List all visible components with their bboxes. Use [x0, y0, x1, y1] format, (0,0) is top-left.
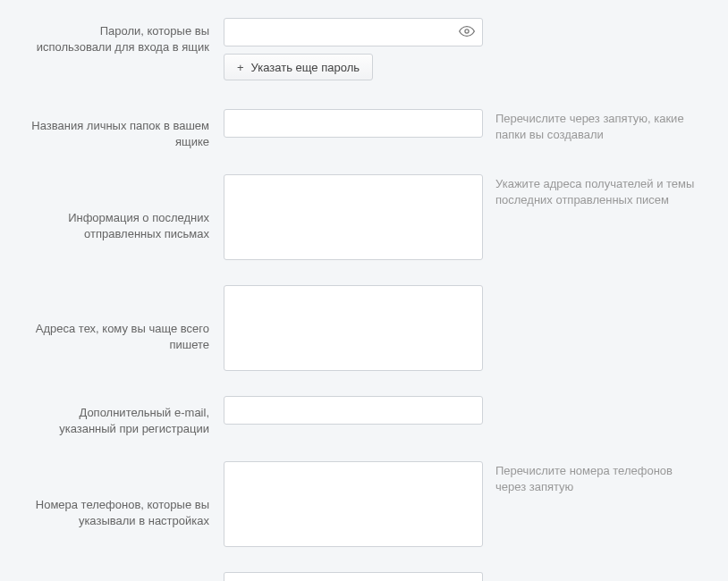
field-phones-hint: Перечислите номера телефонов через запят…: [483, 461, 701, 495]
field-phones-label: Номера телефонов, которые вы указывали в…: [27, 461, 224, 528]
add-password-button-label: Указать еще пароль: [251, 61, 360, 74]
plus-icon: +: [237, 61, 244, 74]
password-input-wrapper: [224, 18, 483, 46]
field-next-inputs: [224, 572, 483, 581]
password-input[interactable]: [224, 18, 483, 46]
recovery-form: Пароли, которые вы использовали для вход…: [0, 0, 728, 581]
field-next-hint: [483, 572, 701, 574]
add-password-button[interactable]: + Указать еще пароль: [224, 54, 373, 80]
field-phones-row: Номера телефонов, которые вы указывали в…: [27, 461, 701, 547]
field-passwords-inputs: + Указать еще пароль: [224, 18, 483, 80]
field-folders-row: Названия личных папок в вашем ящике Пере…: [27, 109, 701, 149]
field-sentinfo-hint: Укажите адреса получателей и темы послед…: [483, 174, 701, 208]
field-extraemail-row: Дополнительный e-mail, указанный при рег…: [27, 396, 701, 436]
svg-point-0: [465, 29, 469, 32]
field-frequent-label: Адреса тех, кому вы чаще всего пишете: [27, 285, 224, 352]
field-frequent-hint: [483, 285, 701, 287]
field-sentinfo-inputs: [224, 174, 483, 260]
folders-input[interactable]: [224, 109, 483, 138]
sentinfo-textarea[interactable]: [224, 174, 483, 260]
field-phones-inputs: [224, 461, 483, 547]
extra-email-input[interactable]: [224, 396, 483, 425]
field-frequent-inputs: [224, 285, 483, 371]
field-extraemail-label: Дополнительный e-mail, указанный при рег…: [27, 396, 224, 436]
next-textarea[interactable]: [224, 572, 483, 581]
field-next-label: [27, 572, 224, 577]
field-extraemail-hint: [483, 396, 701, 398]
phones-textarea[interactable]: [224, 461, 483, 547]
field-frequent-row: Адреса тех, кому вы чаще всего пишете: [27, 285, 701, 371]
toggle-password-visibility-button[interactable]: [456, 21, 478, 43]
field-sentinfo-label: Информация о последних отправленных пись…: [27, 174, 224, 241]
field-folders-inputs: [224, 109, 483, 138]
field-folders-label: Названия личных папок в вашем ящике: [27, 109, 224, 149]
field-passwords-row: Пароли, которые вы использовали для вход…: [27, 18, 701, 80]
field-folders-hint: Перечислите через запятую, какие папки в…: [483, 109, 701, 143]
field-passwords-label: Пароли, которые вы использовали для вход…: [27, 18, 224, 55]
field-next-row: [27, 572, 701, 581]
field-extraemail-inputs: [224, 396, 483, 425]
frequent-addresses-textarea[interactable]: [224, 285, 483, 371]
field-sentinfo-row: Информация о последних отправленных пись…: [27, 174, 701, 260]
field-passwords-hint: [483, 18, 701, 20]
eye-icon: [458, 22, 476, 43]
